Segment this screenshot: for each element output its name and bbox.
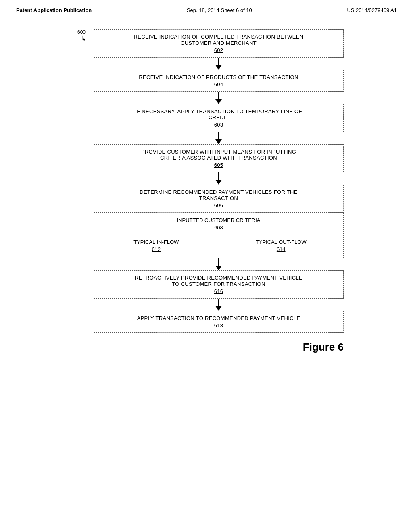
page-header: Patent Application Publication Sep. 18, … (0, 0, 413, 17)
split-left: TYPICAL IN-FLOW 612 (94, 233, 219, 258)
box-603-number: 603 (214, 122, 223, 128)
split-left-label: TYPICAL IN-FLOW (98, 239, 215, 245)
box-618-line1: APPLY TRANSACTION TO RECOMMENDED PAYMENT… (100, 315, 338, 321)
header-date-sheet: Sep. 18, 2014 Sheet 6 of 10 (187, 7, 252, 13)
box-616: RETROACTIVELY PROVIDE RECOMMENDED PAYMEN… (94, 270, 344, 299)
figure-label: Figure 6 (94, 341, 344, 353)
box-602-line1: RECEIVE INDICATION OF COMPLETED TRANSACT… (100, 34, 338, 40)
box-602-line2: CUSTOMER AND MERCHANT (100, 40, 338, 46)
split-608-group: INPUTTED CUSTOMER CRITERIA 608 TYPICAL I… (94, 213, 344, 258)
split-top-number: 608 (214, 224, 223, 231)
box-602-number: 602 (214, 47, 223, 53)
split-right-number: 614 (277, 246, 286, 252)
arrow-6 (94, 299, 344, 311)
header-publication-label: Patent Application Publication (16, 7, 92, 13)
start-hook-arrow: ↳ (81, 35, 86, 42)
box-606: DETERMINE RECOMMENDED PAYMENT VEHICLES F… (94, 185, 344, 213)
box-604-line1: RECEIVE INDICATION OF PRODUCTS OF THE TR… (100, 74, 338, 80)
box-604: RECEIVE INDICATION OF PRODUCTS OF THE TR… (94, 70, 344, 92)
box-603-line2: CREDIT (100, 114, 338, 121)
arrow-4 (94, 172, 344, 185)
box-603-line1: IF NECESSARY, APPLY TRANSACTION TO TEMPO… (100, 108, 338, 114)
arrow-5 (94, 258, 344, 270)
box-605-line2: CRITERIA ASSOCIATED WITH TRANSACTION (100, 155, 338, 161)
header-patent-number: US 2014/0279409 A1 (347, 7, 397, 13)
split-right: TYPICAL OUT-FLOW 614 (219, 233, 344, 258)
split-left-number: 612 (152, 246, 161, 252)
split-top: INPUTTED CUSTOMER CRITERIA 608 (94, 213, 343, 233)
start-ref-label: 600 (77, 29, 86, 35)
box-602: RECEIVE INDICATION OF COMPLETED TRANSACT… (94, 29, 344, 58)
arrow-2 (94, 92, 344, 104)
box-606-line2: TRANSACTION (100, 195, 338, 201)
box-618-number: 618 (214, 322, 223, 328)
box-616-number: 616 (214, 288, 223, 294)
diagram-container: 600 ↳ RECEIVE INDICATION OF COMPLETED TR… (0, 17, 413, 370)
box-605-line1: PROVIDE CUSTOMER WITH INPUT MEANS FOR IN… (100, 149, 338, 155)
box-616-line1: RETROACTIVELY PROVIDE RECOMMENDED PAYMEN… (100, 275, 338, 281)
box-606-line1: DETERMINE RECOMMENDED PAYMENT VEHICLES F… (100, 189, 338, 195)
split-bottom: TYPICAL IN-FLOW 612 TYPICAL OUT-FLOW 614 (94, 233, 343, 258)
box-618: APPLY TRANSACTION TO RECOMMENDED PAYMENT… (94, 311, 344, 333)
box-605-number: 605 (214, 162, 223, 168)
arrow-3 (94, 132, 344, 144)
arrow-1 (94, 58, 344, 70)
box-616-line2: TO CUSTOMER FOR TRANSACTION (100, 281, 338, 287)
split-right-label: TYPICAL OUT-FLOW (223, 239, 340, 245)
box-606-number: 606 (214, 202, 223, 208)
box-603: IF NECESSARY, APPLY TRANSACTION TO TEMPO… (94, 104, 344, 132)
box-605: PROVIDE CUSTOMER WITH INPUT MEANS FOR IN… (94, 144, 344, 172)
split-top-label: INPUTTED CUSTOMER CRITERIA (100, 217, 338, 223)
box-604-number: 604 (214, 81, 223, 87)
